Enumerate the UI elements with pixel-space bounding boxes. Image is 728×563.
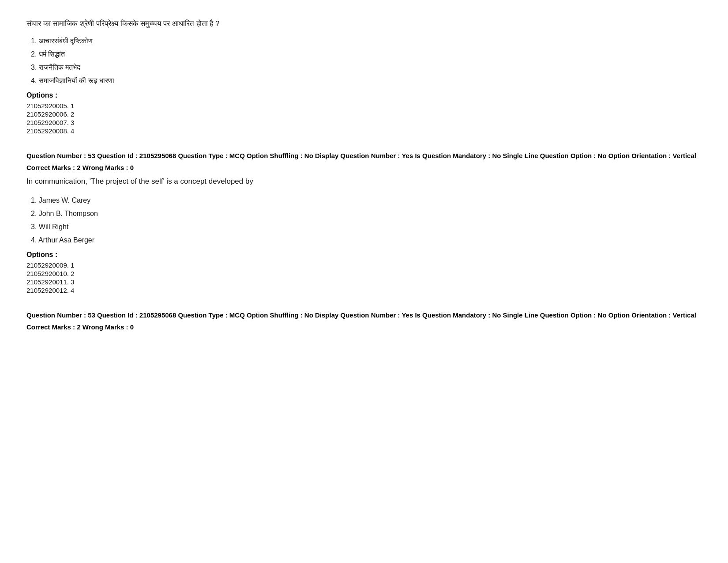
option-code-1-1: 21052920005. 1 [26, 102, 702, 110]
question-block-repeat: Question Number : 53 Question Id : 21052… [26, 310, 702, 331]
hindi-option-4: 4. समाजविज्ञानियों की रूढ़ धारणा [31, 76, 702, 86]
option-code-2-4: 21052920012. 4 [26, 287, 702, 294]
option-code-1-3: 21052920007. 3 [26, 119, 702, 126]
question-block-english: Question Number : 53 Question Id : 21052… [26, 151, 702, 294]
hindi-option-2: 2. धर्म सिद्धांत [31, 49, 702, 60]
hindi-option-1: 1. आचारसंबंधी दृष्टिकोण [31, 36, 702, 46]
option-codes-1: 21052920005. 1 21052920006. 2 2105292000… [26, 102, 702, 135]
english-option-4: 4. Arthur Asa Berger [31, 235, 702, 246]
marks-line-2: Correct Marks : 2 Wrong Marks : 0 [26, 164, 702, 171]
options-label-2: Options : [26, 251, 702, 259]
options-label-1: Options : [26, 91, 702, 99]
marks-line-3: Correct Marks : 2 Wrong Marks : 0 [26, 323, 702, 331]
hindi-options-list: 1. आचारसंबंधी दृष्टिकोण 2. धर्म सिद्धांत… [26, 36, 702, 86]
option-code-2-1: 21052920009. 1 [26, 261, 702, 269]
hindi-option-3: 3. राजनैतिक मतभेद [31, 62, 702, 73]
option-codes-2: 21052920009. 1 21052920010. 2 2105292001… [26, 261, 702, 294]
english-option-2: 2. John B. Thompson [31, 208, 702, 219]
question-meta-2: Question Number : 53 Question Id : 21052… [26, 151, 702, 161]
option-code-2-2: 21052920010. 2 [26, 270, 702, 277]
english-option-1: 1. James W. Carey [31, 195, 702, 206]
question-text-2: In communication, 'The project of the se… [26, 176, 702, 187]
question-block-hindi: संचार का सामाजिक श्रेणी परिप्रेक्ष्य किस… [26, 18, 702, 135]
hindi-question-text: संचार का सामाजिक श्रेणी परिप्रेक्ष्य किस… [26, 18, 702, 30]
question-meta-3: Question Number : 53 Question Id : 21052… [26, 310, 702, 321]
option-code-1-4: 21052920008. 4 [26, 127, 702, 135]
option-code-1-2: 21052920006. 2 [26, 110, 702, 118]
option-code-2-3: 21052920011. 3 [26, 278, 702, 286]
english-option-3: 3. Will Right [31, 222, 702, 232]
english-options-list: 1. James W. Carey 2. John B. Thompson 3.… [26, 195, 702, 246]
